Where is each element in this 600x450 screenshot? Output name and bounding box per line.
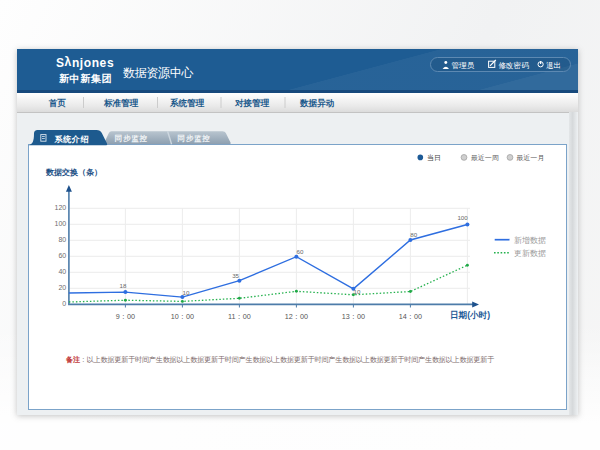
svg-text:120: 120 [55,204,67,211]
svg-text:系统管理: 系统管理 [169,98,205,108]
svg-text:35: 35 [232,272,239,279]
svg-text:80: 80 [410,231,417,238]
svg-text:退出: 退出 [546,61,561,70]
svg-text:0: 0 [62,300,66,307]
svg-text:20: 20 [58,284,66,291]
svg-text:100: 100 [55,220,67,227]
svg-text:当日: 当日 [427,154,441,162]
svg-text:数据异动: 数据异动 [299,98,335,108]
svg-text:60: 60 [58,252,66,259]
svg-text:60: 60 [297,248,304,255]
svg-text:12：00: 12：00 [285,312,308,321]
svg-text:修改密码: 修改密码 [498,61,529,70]
svg-text:首页: 首页 [48,98,67,108]
svg-text:数据交换（条）: 数据交换（条） [45,168,102,177]
svg-text:最近一周: 最近一周 [471,154,499,161]
svg-text:新增数据: 新增数据 [514,236,546,245]
svg-text:100: 100 [457,214,468,221]
svg-text:10: 10 [182,289,189,296]
svg-text:最近一月: 最近一月 [516,154,544,162]
svg-text:11：00: 11：00 [228,312,251,321]
svg-text:对接管理: 对接管理 [234,98,270,108]
svg-text:管理员: 管理员 [452,61,475,70]
svg-text:13：00: 13：00 [342,312,365,321]
svg-text:9：00: 9：00 [116,312,135,321]
svg-text:更新数据: 更新数据 [514,249,546,258]
svg-text:系统介绍: 系统介绍 [53,134,88,144]
svg-text:10：00: 10：00 [171,312,194,321]
svg-text:80: 80 [58,236,66,243]
svg-text:10: 10 [353,288,360,295]
svg-text:日期(小时): 日期(小时) [450,310,490,320]
svg-text:40: 40 [58,268,66,275]
svg-text:标准管理: 标准管理 [103,98,139,108]
svg-text:14：00: 14：00 [399,312,422,321]
svg-text:同步监控: 同步监控 [115,134,148,143]
svg-text:18: 18 [120,282,127,289]
svg-text:同步监控: 同步监控 [178,134,211,143]
